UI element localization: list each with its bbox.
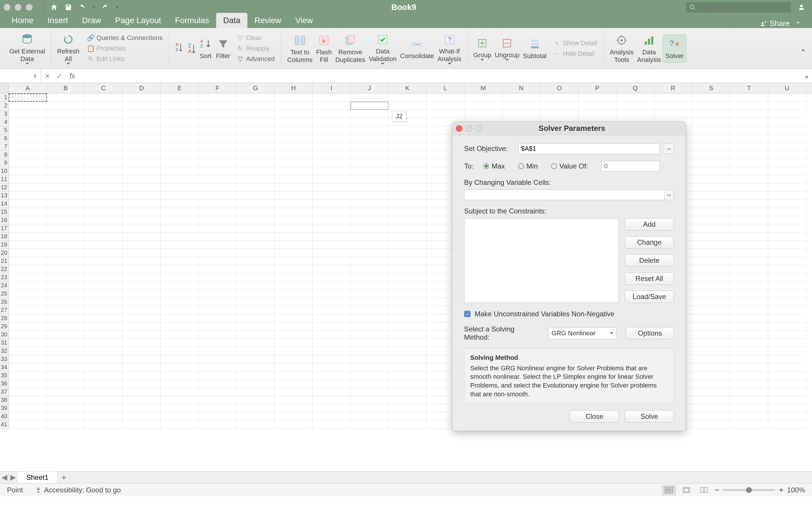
cell[interactable]: [47, 232, 85, 241]
formula-input[interactable]: [80, 69, 802, 82]
cell[interactable]: [198, 388, 237, 396]
cell[interactable]: [123, 290, 161, 298]
cell[interactable]: [85, 175, 123, 183]
cell[interactable]: [312, 249, 350, 257]
column-header-M[interactable]: M: [464, 83, 503, 93]
cell[interactable]: [47, 404, 85, 412]
share-button[interactable]: Share: [757, 19, 807, 28]
cell[interactable]: [692, 183, 730, 191]
cell[interactable]: [730, 339, 768, 347]
cell[interactable]: [198, 306, 237, 314]
cell[interactable]: [692, 110, 730, 118]
cell[interactable]: [692, 191, 730, 200]
change-constraint-button[interactable]: Change: [625, 236, 674, 248]
cell[interactable]: [730, 208, 768, 216]
cell[interactable]: [47, 191, 85, 200]
cell[interactable]: [9, 216, 47, 224]
cell[interactable]: [768, 249, 806, 257]
cell[interactable]: [312, 306, 350, 314]
cell[interactable]: [275, 241, 312, 249]
cell[interactable]: [768, 380, 806, 388]
cell[interactable]: [198, 208, 237, 216]
cell[interactable]: [768, 102, 806, 110]
row-header-6[interactable]: 6: [0, 134, 9, 143]
cell[interactable]: [616, 102, 654, 110]
column-header-B[interactable]: B: [47, 83, 85, 93]
cell[interactable]: [198, 183, 237, 191]
cell[interactable]: [312, 159, 350, 167]
cell[interactable]: [9, 167, 47, 175]
tab-home[interactable]: Home: [5, 13, 41, 28]
cell[interactable]: [692, 273, 730, 282]
cell[interactable]: [426, 102, 464, 110]
cell[interactable]: [198, 339, 237, 347]
cell[interactable]: [730, 143, 768, 151]
row-header-10[interactable]: 10: [0, 167, 9, 175]
cell[interactable]: [578, 110, 616, 118]
cell[interactable]: [47, 323, 85, 331]
cell[interactable]: [768, 273, 806, 282]
cell[interactable]: [730, 110, 768, 118]
cell[interactable]: [578, 94, 616, 102]
cell[interactable]: [47, 420, 85, 429]
cell[interactable]: [389, 323, 426, 331]
enter-icon[interactable]: [56, 72, 62, 79]
row-header-19[interactable]: 19: [0, 241, 9, 249]
cell[interactable]: [85, 331, 123, 339]
cell[interactable]: [540, 110, 578, 118]
row-header-37[interactable]: 37: [0, 388, 9, 396]
cell[interactable]: [350, 110, 389, 118]
cell[interactable]: [161, 396, 198, 404]
cell[interactable]: [275, 265, 312, 273]
row-header-41[interactable]: 41: [0, 420, 9, 429]
cell[interactable]: [730, 331, 768, 339]
profile-icon[interactable]: [797, 3, 806, 12]
cell[interactable]: [85, 249, 123, 257]
cell[interactable]: [768, 396, 806, 404]
page-layout-view-button[interactable]: [679, 485, 693, 495]
cell[interactable]: [312, 396, 350, 404]
cell[interactable]: [350, 159, 389, 167]
column-header-O[interactable]: O: [540, 83, 578, 93]
cell[interactable]: [237, 404, 275, 412]
cell[interactable]: [275, 420, 312, 429]
cell[interactable]: [161, 249, 198, 257]
cell[interactable]: [768, 298, 806, 306]
delete-constraint-button[interactable]: Delete: [625, 255, 674, 267]
cell[interactable]: [389, 265, 426, 273]
cell[interactable]: [350, 183, 389, 191]
cell[interactable]: [654, 110, 692, 118]
cell[interactable]: [312, 110, 350, 118]
cell[interactable]: [768, 314, 806, 323]
cell[interactable]: [198, 126, 237, 134]
cell[interactable]: [85, 94, 123, 102]
cell[interactable]: [275, 404, 312, 412]
ungroup-button[interactable]: Ungroup: [493, 36, 521, 61]
cell[interactable]: [85, 282, 123, 290]
cell[interactable]: [198, 159, 237, 167]
row-header-7[interactable]: 7: [0, 143, 9, 151]
cell[interactable]: [123, 306, 161, 314]
cell[interactable]: [9, 200, 47, 208]
cell[interactable]: [464, 94, 503, 102]
cell[interactable]: [85, 191, 123, 200]
cell[interactable]: [768, 282, 806, 290]
cell[interactable]: [123, 265, 161, 273]
cell[interactable]: [275, 396, 312, 404]
cell[interactable]: [275, 363, 312, 372]
cell[interactable]: [350, 412, 389, 420]
cell[interactable]: [312, 339, 350, 347]
cell[interactable]: [692, 388, 730, 396]
cell[interactable]: [389, 143, 426, 151]
cell[interactable]: [9, 183, 47, 191]
advanced-filter-button[interactable]: ▽Advanced: [234, 55, 277, 63]
cell[interactable]: [692, 355, 730, 363]
cell[interactable]: [768, 118, 806, 126]
cell[interactable]: [692, 126, 730, 134]
cell[interactable]: [9, 249, 47, 257]
cell[interactable]: [350, 151, 389, 159]
cell[interactable]: [9, 388, 47, 396]
cell[interactable]: [312, 265, 350, 273]
row-header-21[interactable]: 21: [0, 257, 9, 265]
row-header-28[interactable]: 28: [0, 314, 9, 323]
